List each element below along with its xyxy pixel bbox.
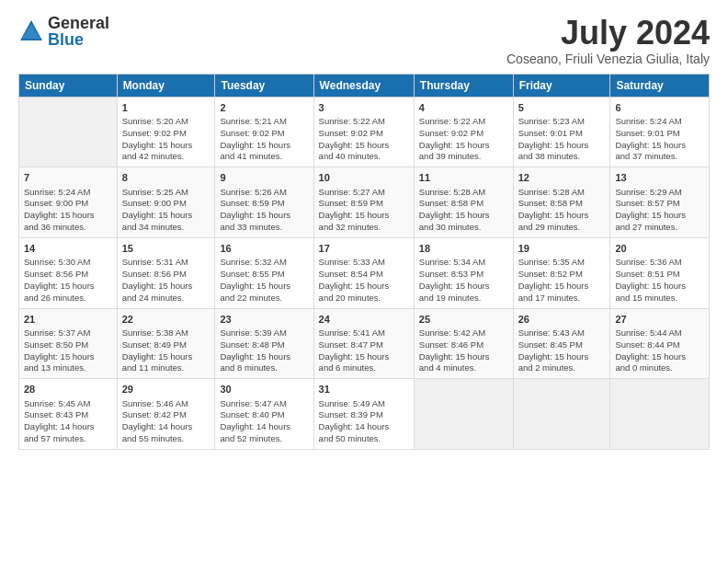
week-row-2: 7Sunrise: 5:24 AM Sunset: 9:00 PM Daylig…: [19, 167, 710, 238]
day-info: Sunrise: 5:20 AM Sunset: 9:02 PM Dayligh…: [122, 116, 210, 163]
calendar-cell: 12Sunrise: 5:28 AM Sunset: 8:58 PM Dayli…: [513, 167, 610, 238]
header-row: SundayMondayTuesdayWednesdayThursdayFrid…: [19, 74, 710, 97]
day-info: Sunrise: 5:26 AM Sunset: 8:59 PM Dayligh…: [220, 187, 308, 234]
day-info: Sunrise: 5:49 AM Sunset: 8:39 PM Dayligh…: [319, 398, 409, 445]
day-info: Sunrise: 5:25 AM Sunset: 9:00 PM Dayligh…: [122, 187, 210, 234]
logo-text: General Blue: [48, 15, 109, 48]
day-info: Sunrise: 5:23 AM Sunset: 9:01 PM Dayligh…: [518, 116, 606, 163]
calendar-cell: 11Sunrise: 5:28 AM Sunset: 8:58 PM Dayli…: [414, 167, 513, 238]
calendar-cell: 2Sunrise: 5:21 AM Sunset: 9:02 PM Daylig…: [215, 97, 313, 167]
logo-general: General: [48, 15, 109, 31]
calendar-cell: 30Sunrise: 5:47 AM Sunset: 8:40 PM Dayli…: [215, 379, 313, 450]
calendar-cell: 21Sunrise: 5:37 AM Sunset: 8:50 PM Dayli…: [19, 308, 118, 379]
day-info: Sunrise: 5:29 AM Sunset: 8:57 PM Dayligh…: [615, 187, 704, 234]
day-number: 8: [122, 171, 210, 185]
column-header-sunday: Sunday: [19, 74, 118, 97]
day-number: 4: [419, 101, 508, 115]
day-number: 18: [419, 242, 508, 256]
day-number: 2: [220, 101, 308, 115]
calendar-cell: 20Sunrise: 5:36 AM Sunset: 8:51 PM Dayli…: [610, 237, 710, 308]
calendar-cell: 4Sunrise: 5:22 AM Sunset: 9:02 PM Daylig…: [414, 97, 513, 167]
day-number: 29: [122, 383, 210, 396]
calendar-cell: 17Sunrise: 5:33 AM Sunset: 8:54 PM Dayli…: [313, 237, 414, 308]
calendar-cell: 13Sunrise: 5:29 AM Sunset: 8:57 PM Dayli…: [610, 167, 710, 238]
calendar-cell: 31Sunrise: 5:49 AM Sunset: 8:39 PM Dayli…: [313, 379, 414, 450]
calendar-cell: [19, 97, 118, 167]
calendar-cell: 8Sunrise: 5:25 AM Sunset: 9:00 PM Daylig…: [117, 167, 215, 238]
day-info: Sunrise: 5:43 AM Sunset: 8:45 PM Dayligh…: [518, 327, 606, 374]
day-number: 10: [319, 171, 409, 185]
day-number: 27: [615, 313, 704, 327]
calendar-cell: 10Sunrise: 5:27 AM Sunset: 8:59 PM Dayli…: [313, 167, 414, 238]
calendar-cell: [414, 379, 513, 450]
day-info: Sunrise: 5:35 AM Sunset: 8:52 PM Dayligh…: [518, 257, 606, 304]
day-number: 15: [122, 242, 210, 256]
calendar-cell: [610, 379, 710, 450]
logo: General Blue: [18, 15, 109, 48]
week-row-1: 1Sunrise: 5:20 AM Sunset: 9:02 PM Daylig…: [19, 97, 710, 167]
day-number: 6: [615, 101, 704, 115]
day-number: 16: [220, 242, 308, 256]
day-info: Sunrise: 5:31 AM Sunset: 8:56 PM Dayligh…: [122, 257, 210, 304]
day-number: 31: [319, 383, 409, 396]
day-number: 13: [615, 171, 704, 185]
day-info: Sunrise: 5:46 AM Sunset: 8:42 PM Dayligh…: [122, 398, 210, 445]
column-header-tuesday: Tuesday: [215, 74, 313, 97]
title-area: July 2024 Coseano, Friuli Venezia Giulia…: [506, 15, 710, 66]
day-info: Sunrise: 5:24 AM Sunset: 9:01 PM Dayligh…: [615, 116, 704, 163]
logo-icon: [18, 18, 44, 44]
calendar-table: SundayMondayTuesdayWednesdayThursdayFrid…: [18, 74, 710, 450]
week-row-3: 14Sunrise: 5:30 AM Sunset: 8:56 PM Dayli…: [19, 237, 710, 308]
day-number: 30: [220, 383, 308, 396]
calendar-cell: 6Sunrise: 5:24 AM Sunset: 9:01 PM Daylig…: [610, 97, 710, 167]
calendar-cell: 3Sunrise: 5:22 AM Sunset: 9:02 PM Daylig…: [313, 97, 414, 167]
calendar-cell: 7Sunrise: 5:24 AM Sunset: 9:00 PM Daylig…: [19, 167, 118, 238]
day-number: 11: [419, 171, 508, 185]
day-info: Sunrise: 5:24 AM Sunset: 9:00 PM Dayligh…: [24, 187, 112, 234]
day-number: 21: [24, 313, 112, 327]
day-number: 20: [615, 242, 704, 256]
day-info: Sunrise: 5:33 AM Sunset: 8:54 PM Dayligh…: [319, 257, 409, 304]
calendar-cell: 9Sunrise: 5:26 AM Sunset: 8:59 PM Daylig…: [215, 167, 313, 238]
day-number: 28: [24, 383, 112, 396]
calendar-cell: 23Sunrise: 5:39 AM Sunset: 8:48 PM Dayli…: [215, 308, 313, 379]
week-row-5: 28Sunrise: 5:45 AM Sunset: 8:43 PM Dayli…: [19, 379, 710, 450]
calendar-cell: 29Sunrise: 5:46 AM Sunset: 8:42 PM Dayli…: [117, 379, 215, 450]
column-header-friday: Friday: [513, 74, 610, 97]
calendar-cell: 25Sunrise: 5:42 AM Sunset: 8:46 PM Dayli…: [414, 308, 513, 379]
calendar-cell: 27Sunrise: 5:44 AM Sunset: 8:44 PM Dayli…: [610, 308, 710, 379]
calendar-cell: 28Sunrise: 5:45 AM Sunset: 8:43 PM Dayli…: [19, 379, 118, 450]
calendar-cell: 26Sunrise: 5:43 AM Sunset: 8:45 PM Dayli…: [513, 308, 610, 379]
day-number: 17: [319, 242, 409, 256]
logo-blue: Blue: [48, 31, 109, 48]
day-info: Sunrise: 5:28 AM Sunset: 8:58 PM Dayligh…: [518, 187, 606, 234]
calendar-cell: 16Sunrise: 5:32 AM Sunset: 8:55 PM Dayli…: [215, 237, 313, 308]
calendar-cell: 14Sunrise: 5:30 AM Sunset: 8:56 PM Dayli…: [19, 237, 118, 308]
day-info: Sunrise: 5:38 AM Sunset: 8:49 PM Dayligh…: [122, 327, 210, 374]
day-info: Sunrise: 5:44 AM Sunset: 8:44 PM Dayligh…: [615, 327, 704, 374]
day-number: 7: [24, 171, 112, 185]
day-number: 1: [122, 101, 210, 115]
day-info: Sunrise: 5:39 AM Sunset: 8:48 PM Dayligh…: [220, 327, 308, 374]
calendar-cell: 24Sunrise: 5:41 AM Sunset: 8:47 PM Dayli…: [313, 308, 414, 379]
day-number: 3: [319, 101, 409, 115]
svg-marker-1: [22, 24, 40, 39]
calendar-cell: 19Sunrise: 5:35 AM Sunset: 8:52 PM Dayli…: [513, 237, 610, 308]
day-info: Sunrise: 5:41 AM Sunset: 8:47 PM Dayligh…: [319, 327, 409, 374]
header: General Blue July 2024 Coseano, Friuli V…: [18, 15, 710, 66]
day-number: 22: [122, 313, 210, 327]
day-number: 23: [220, 313, 308, 327]
location-subtitle: Coseano, Friuli Venezia Giulia, Italy: [506, 52, 710, 66]
day-info: Sunrise: 5:36 AM Sunset: 8:51 PM Dayligh…: [615, 257, 704, 304]
day-info: Sunrise: 5:27 AM Sunset: 8:59 PM Dayligh…: [319, 187, 409, 234]
calendar-cell: 15Sunrise: 5:31 AM Sunset: 8:56 PM Dayli…: [117, 237, 215, 308]
column-header-thursday: Thursday: [414, 74, 513, 97]
calendar-cell: 1Sunrise: 5:20 AM Sunset: 9:02 PM Daylig…: [117, 97, 215, 167]
day-info: Sunrise: 5:45 AM Sunset: 8:43 PM Dayligh…: [24, 398, 112, 445]
week-row-4: 21Sunrise: 5:37 AM Sunset: 8:50 PM Dayli…: [19, 308, 710, 379]
day-number: 19: [518, 242, 606, 256]
day-info: Sunrise: 5:47 AM Sunset: 8:40 PM Dayligh…: [220, 398, 308, 445]
day-info: Sunrise: 5:28 AM Sunset: 8:58 PM Dayligh…: [419, 187, 508, 234]
column-header-monday: Monday: [117, 74, 215, 97]
day-info: Sunrise: 5:30 AM Sunset: 8:56 PM Dayligh…: [24, 257, 112, 304]
